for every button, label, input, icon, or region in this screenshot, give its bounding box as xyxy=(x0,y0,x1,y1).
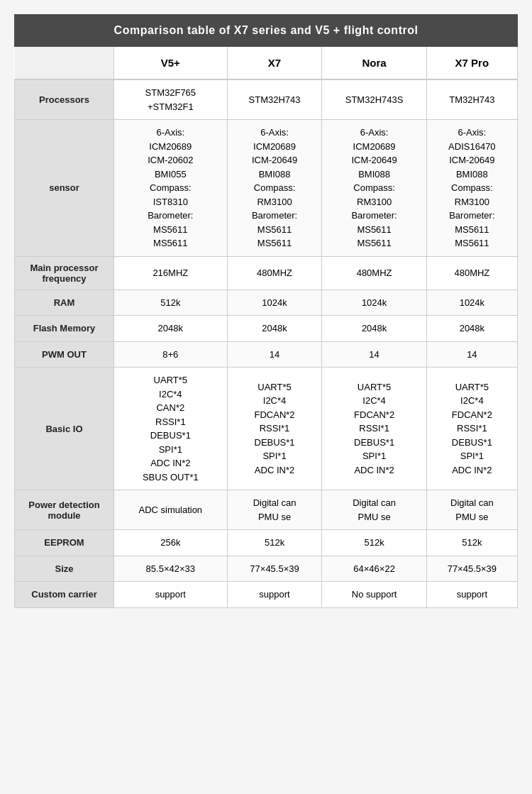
cell-r9-c1: 77×45.5×39 xyxy=(227,556,322,582)
row-header-5: PWM OUT xyxy=(15,341,114,368)
cell-r3-c1: 1024k xyxy=(227,290,322,316)
cell-r9-c0: 85.5×42×33 xyxy=(114,556,228,582)
cell-r4-c0: 2048k xyxy=(114,316,228,342)
cell-r9-c3: 77×45.5×39 xyxy=(426,556,517,582)
row-header-3: RAM xyxy=(15,290,114,316)
cell-r2-c3: 480MHZ xyxy=(426,256,517,290)
column-header-row: V5+ X7 Nora X7 Pro xyxy=(15,47,518,79)
cell-r1-c0: 6-Axis: ICM20689 ICM-20602 BMI055 Compas… xyxy=(114,120,228,257)
cell-r8-c1: 512k xyxy=(227,530,322,556)
cell-r0-c1: STM32H743 xyxy=(227,79,322,120)
cell-r8-c3: 512k xyxy=(426,530,517,556)
cell-r10-c3: support xyxy=(426,582,517,608)
cell-r0-c2: STM32H743S xyxy=(322,79,426,120)
cell-r8-c2: 512k xyxy=(322,530,426,556)
col-x7: X7 xyxy=(227,47,322,79)
table-title: Comparison table of X7 series and V5 + f… xyxy=(14,14,518,47)
cell-r2-c1: 480MHZ xyxy=(227,256,322,290)
table-row: Size85.5×42×3377×45.5×3964×46×2277×45.5×… xyxy=(15,556,518,582)
cell-r5-c2: 14 xyxy=(322,341,426,368)
cell-r2-c2: 480MHZ xyxy=(322,256,426,290)
comparison-table: V5+ X7 Nora X7 Pro ProcessorsSTM32F765 +… xyxy=(14,47,518,608)
row-header-10: Custom carrier xyxy=(15,582,114,608)
row-header-8: EEPROM xyxy=(15,530,114,556)
col-x7pro: X7 Pro xyxy=(426,47,517,79)
row-header-7: Power detection module xyxy=(15,490,114,530)
table-row: Flash Memory2048k2048k2048k2048k xyxy=(15,316,518,342)
table-row: RAM512k1024k1024k1024k xyxy=(15,290,518,316)
table-row: ProcessorsSTM32F765 +STM32F1STM32H743STM… xyxy=(15,79,518,120)
cell-r0-c3: TM32H743 xyxy=(426,79,517,120)
cell-r6-c1: UART*5 I2C*4 FDCAN*2 RSSI*1 DEBUS*1 SPI*… xyxy=(227,368,322,490)
main-container: Comparison table of X7 series and V5 + f… xyxy=(14,14,518,608)
cell-r4-c1: 2048k xyxy=(227,316,322,342)
cell-r1-c2: 6-Axis: ICM20689 ICM-20649 BMI088 Compas… xyxy=(322,120,426,257)
table-row: Power detection moduleADC simulationDigi… xyxy=(15,490,518,530)
cell-r10-c1: support xyxy=(227,582,322,608)
cell-r5-c0: 8+6 xyxy=(114,341,228,368)
table-row: sensor6-Axis: ICM20689 ICM-20602 BMI055 … xyxy=(15,120,518,257)
cell-r1-c3: 6-Axis: ADIS16470 ICM-20649 BMI088 Compa… xyxy=(426,120,517,257)
row-header-6: Basic IO xyxy=(15,368,114,490)
cell-r4-c3: 2048k xyxy=(426,316,517,342)
table-row: PWM OUT8+6141414 xyxy=(15,341,518,368)
cell-r3-c3: 1024k xyxy=(426,290,517,316)
table-row: Basic IOUART*5 I2C*4 CAN*2 RSSI*1 DEBUS*… xyxy=(15,368,518,490)
row-header-9: Size xyxy=(15,556,114,582)
cell-r6-c0: UART*5 I2C*4 CAN*2 RSSI*1 DEBUS*1 SPI*1 … xyxy=(114,368,228,490)
cell-r4-c2: 2048k xyxy=(322,316,426,342)
cell-r1-c1: 6-Axis: ICM20689 ICM-20649 BMI088 Compas… xyxy=(227,120,322,257)
table-row: EEPROM256k512k512k512k xyxy=(15,530,518,556)
cell-r0-c0: STM32F765 +STM32F1 xyxy=(114,79,228,120)
cell-r3-c0: 512k xyxy=(114,290,228,316)
cell-r7-c1: Digital can PMU se xyxy=(227,490,322,530)
cell-r7-c3: Digital can PMU se xyxy=(426,490,517,530)
row-header-0: Processors xyxy=(15,79,114,120)
cell-r7-c2: Digital can PMU se xyxy=(322,490,426,530)
cell-r8-c0: 256k xyxy=(114,530,228,556)
table-row: Custom carriersupportsupportNo supportsu… xyxy=(15,582,518,608)
cell-r6-c3: UART*5 I2C*4 FDCAN*2 RSSI*1 DEBUS*1 SPI*… xyxy=(426,368,517,490)
cell-r9-c2: 64×46×22 xyxy=(322,556,426,582)
table-row: Main processor frequency216MHZ480MHZ480M… xyxy=(15,256,518,290)
cell-r7-c0: ADC simulation xyxy=(114,490,228,530)
cell-r2-c0: 216MHZ xyxy=(114,256,228,290)
cell-r10-c0: support xyxy=(114,582,228,608)
cell-r10-c2: No support xyxy=(322,582,426,608)
row-header-2: Main processor frequency xyxy=(15,256,114,290)
row-header-1: sensor xyxy=(15,120,114,257)
col-v5plus: V5+ xyxy=(114,47,228,79)
col-nora: Nora xyxy=(322,47,426,79)
row-header-4: Flash Memory xyxy=(15,316,114,342)
cell-r5-c1: 14 xyxy=(227,341,322,368)
cell-r5-c3: 14 xyxy=(426,341,517,368)
empty-header xyxy=(15,47,114,79)
cell-r3-c2: 1024k xyxy=(322,290,426,316)
cell-r6-c2: UART*5 I2C*4 FDCAN*2 RSSI*1 DEBUS*1 SPI*… xyxy=(322,368,426,490)
